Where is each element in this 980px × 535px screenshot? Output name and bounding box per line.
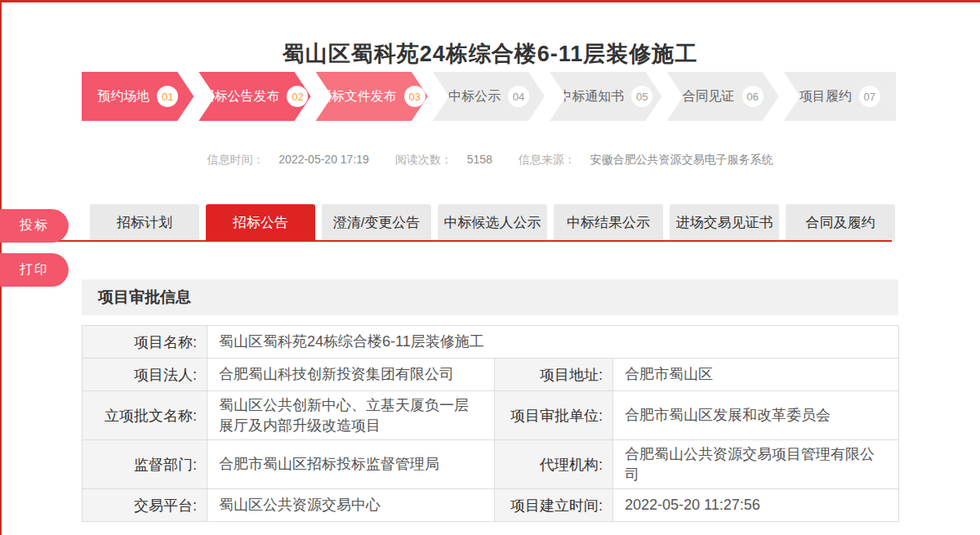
table-row-approval-doc: 立项批文名称: 蜀山区公共创新中心、立基天厦负一层展厅及内部升级改造项目 项目审…	[82, 391, 899, 440]
info-source-value: 安徽合肥公共资源交易电子服务系统	[590, 153, 773, 166]
field-value-approval-authority: 合肥市蜀山区发展和改革委员会	[613, 391, 899, 440]
tabs-accent-underline	[0, 240, 892, 242]
info-source-label: 信息来源：	[519, 153, 576, 166]
step-tender-announcement: 招标公告发布 02	[198, 72, 310, 121]
step-number-badge: 05	[631, 86, 653, 107]
field-label-legal-person: 项目法人:	[82, 359, 207, 391]
info-time-value: 2022-05-20 17:19	[278, 153, 369, 166]
progress-steps: 预约场地 01 招标公告发布 02 招标文件发布 03 中标公示 04 中标通知…	[82, 72, 896, 121]
field-value-legal-person: 合肥蜀山科技创新投资集团有限公司	[207, 359, 495, 391]
info-time-label: 信息时间：	[207, 153, 264, 166]
field-label-project-name: 项目名称:	[82, 326, 207, 359]
tab-candidate-publicity[interactable]: 中标候选人公示	[438, 204, 547, 242]
info-views-value: 5158	[467, 153, 492, 166]
field-label-project-address: 项目地址:	[495, 359, 613, 391]
page: 蜀山区蜀科苑24栋综合楼6-11层装修施工 预约场地 01 招标公告发布 02 …	[0, 0, 980, 535]
field-label-agency: 代理机构:	[495, 440, 613, 489]
step-winner-publicity: 中标公示 04	[433, 72, 545, 121]
step-label: 招标文件发布	[318, 88, 397, 105]
tab-tender-plan[interactable]: 招标计划	[90, 204, 199, 242]
field-value-trading-platform: 蜀山区公共资源交易中心	[207, 489, 495, 522]
detail-tabs: 招标计划 招标公告 澄清/变更公告 中标候选人公示 中标结果公示 进场交易见证书…	[90, 204, 895, 242]
step-number-badge: 01	[157, 86, 178, 107]
step-number-badge: 02	[287, 86, 308, 107]
field-value-approval-doc: 蜀山区公共创新中心、立基天厦负一层展厅及内部升级改造项目	[207, 391, 495, 440]
field-value-project-address: 合肥市蜀山区	[613, 359, 899, 391]
tab-contract-performance[interactable]: 合同及履约	[786, 204, 895, 242]
page-top-border	[0, 0, 980, 2]
page-title: 蜀山区蜀科苑24栋综合楼6-11层装修施工	[0, 39, 980, 69]
step-reserve-venue: 预约场地 01	[82, 72, 194, 121]
tab-entry-certificate[interactable]: 进场交易见证书	[670, 204, 779, 242]
section-title: 项目审批信息	[98, 287, 191, 308]
step-award-notice: 中标通知书 05	[550, 72, 662, 121]
field-label-approval-doc: 立项批文名称:	[82, 391, 207, 440]
bid-button[interactable]: 投标	[0, 209, 69, 243]
field-label-create-time: 项目建立时间:	[495, 489, 613, 522]
step-label: 中标公示	[448, 88, 501, 105]
table-row-project-name: 项目名称: 蜀山区蜀科苑24栋综合楼6-11层装修施工	[82, 326, 899, 359]
info-views-label: 阅读次数：	[395, 153, 452, 166]
tab-result-publicity[interactable]: 中标结果公示	[554, 204, 663, 242]
approval-info-table: 项目名称: 蜀山区蜀科苑24栋综合楼6-11层装修施工 项目法人: 合肥蜀山科技…	[82, 325, 899, 522]
step-project-performance: 项目履约 07	[784, 72, 896, 121]
field-label-approval-authority: 项目审批单位:	[495, 391, 613, 440]
info-meta-line: 信息时间： 2022-05-20 17:19 阅读次数： 5158 信息来源： …	[0, 153, 980, 167]
step-label: 招标公告发布	[201, 88, 279, 105]
section-header: 项目审批信息	[82, 279, 898, 315]
table-row-legal-person: 项目法人: 合肥蜀山科技创新投资集团有限公司 项目地址: 合肥市蜀山区	[82, 359, 899, 391]
step-number-badge: 07	[859, 86, 880, 107]
step-number-badge: 04	[508, 86, 529, 107]
table-row-supervision: 监督部门: 合肥市蜀山区招标投标监督管理局 代理机构: 合肥蜀山公共资源交易项目…	[82, 440, 899, 489]
table-row-platform: 交易平台: 蜀山区公共资源交易中心 项目建立时间: 2022-05-20 11:…	[82, 489, 899, 522]
step-contract-witness: 合同见证 06	[666, 72, 778, 121]
tab-tender-announcement[interactable]: 招标公告	[206, 204, 315, 242]
field-value-create-time: 2022-05-20 11:27:56	[613, 489, 899, 522]
step-label: 项目履约	[800, 88, 852, 105]
step-number-badge: 03	[404, 86, 425, 107]
step-tender-documents: 招标文件发布 03	[316, 72, 428, 121]
field-value-project-name: 蜀山区蜀科苑24栋综合楼6-11层装修施工	[207, 326, 899, 359]
field-value-supervision-dept: 合肥市蜀山区招标投标监督管理局	[207, 440, 495, 489]
step-label: 预约场地	[97, 88, 149, 105]
field-label-trading-platform: 交易平台:	[82, 489, 207, 522]
step-label: 合同见证	[683, 88, 735, 105]
field-value-agency: 合肥蜀山公共资源交易项目管理有限公司	[613, 440, 899, 489]
field-label-supervision-dept: 监督部门:	[82, 440, 207, 489]
print-button[interactable]: 打印	[0, 253, 69, 287]
step-label: 中标通知书	[559, 88, 624, 105]
step-number-badge: 06	[742, 86, 764, 107]
tab-clarification-change[interactable]: 澄清/变更公告	[322, 204, 431, 242]
